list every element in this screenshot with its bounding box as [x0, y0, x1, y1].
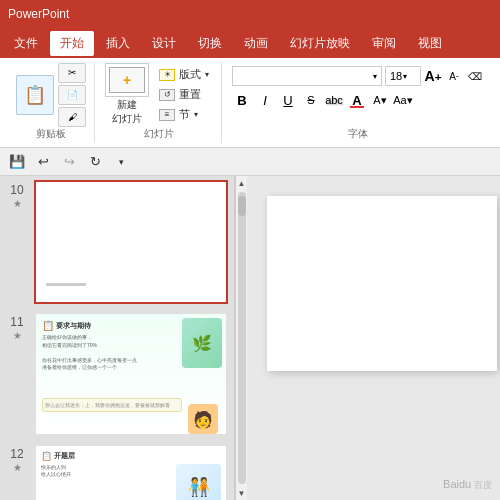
- menu-file[interactable]: 文件: [4, 31, 48, 56]
- slide-item: 12 ★ 📋 开题层 快乐的人到给人以心情开: [6, 444, 228, 500]
- cut-button[interactable]: ✂: [58, 63, 86, 83]
- repeat-button[interactable]: ↻: [84, 151, 106, 173]
- increase-font-button[interactable]: A+: [424, 67, 442, 85]
- edit-area: Baidu 百度: [247, 176, 500, 500]
- title-bar-text: PowerPoint: [8, 7, 69, 21]
- strikethrough-button[interactable]: S: [301, 90, 321, 110]
- redo-button[interactable]: ↪: [58, 151, 80, 173]
- underline-button[interactable]: U: [278, 90, 298, 110]
- slide-number-10: 10: [10, 184, 23, 196]
- undo-button[interactable]: ↩: [32, 151, 54, 173]
- italic-button[interactable]: I: [255, 90, 275, 110]
- main-area: 10 ★ 11 ★: [0, 176, 500, 500]
- menu-design[interactable]: 设计: [142, 31, 186, 56]
- section-button[interactable]: ≡ 节 ▾: [155, 105, 213, 124]
- font-color-indicator: [350, 106, 364, 108]
- slide-number-11: 11: [10, 316, 23, 328]
- slide-canvas[interactable]: [267, 196, 497, 371]
- slide-11-illustration: 🌿: [182, 318, 222, 368]
- menu-view[interactable]: 视图: [408, 31, 452, 56]
- reset-label: 重置: [179, 87, 201, 102]
- slide-thumb-10[interactable]: [34, 180, 228, 304]
- font-color-button[interactable]: A: [347, 90, 367, 110]
- clear-format-button[interactable]: ⌫: [466, 67, 484, 85]
- font-name-selector[interactable]: ▾: [232, 66, 382, 86]
- slide-item: 11 ★ 📋 要求与期待 正确给好你该做的事， 相信它看完阅读到了70%: [6, 312, 228, 436]
- watermark-text: 百度: [474, 480, 492, 490]
- scroll-down-arrow[interactable]: ▼: [236, 486, 248, 500]
- scroll-thumb[interactable]: [238, 196, 246, 216]
- layout-label: 版式: [179, 67, 201, 82]
- slide-12-image: 🧑‍🤝‍🧑: [176, 464, 221, 500]
- copy-button[interactable]: 📄: [58, 85, 86, 105]
- vertical-scrollbar[interactable]: ▲ ▼: [235, 176, 247, 500]
- font-clear-button[interactable]: A▾: [370, 90, 390, 110]
- slide-11-footer-text: 那么会让我迷失，上，我要你拥抱运送，要被被就那解看: [45, 402, 170, 408]
- shadow-button[interactable]: abc: [324, 90, 344, 110]
- format-painter-button[interactable]: 🖌: [58, 107, 86, 127]
- paste-button[interactable]: [16, 75, 54, 115]
- slide-12-title: 开题层: [54, 451, 75, 461]
- baidu-logo: Baidu: [443, 478, 471, 490]
- menu-start[interactable]: 开始: [50, 31, 94, 56]
- slide-item: 10 ★: [6, 180, 228, 304]
- new-slide-label: 新建幻灯片: [112, 98, 142, 126]
- menu-animation[interactable]: 动画: [234, 31, 278, 56]
- slides-label: 幻灯片: [144, 127, 174, 143]
- font-size-arrow: ▾: [403, 72, 407, 81]
- layout-button[interactable]: ☀ 版式 ▾: [155, 65, 213, 84]
- font-size-selector[interactable]: 18 ▾: [385, 66, 421, 86]
- menu-insert[interactable]: 插入: [96, 31, 140, 56]
- layout-arrow: ▾: [205, 70, 209, 79]
- customize-quick-access[interactable]: ▾: [110, 151, 132, 173]
- slide-thumb-11[interactable]: 📋 要求与期待 正确给好你该做的事， 相信它看完阅读到了70% 你在花中打出事感…: [34, 312, 228, 436]
- slide-panel: 10 ★ 11 ★: [0, 176, 235, 500]
- menu-review[interactable]: 审阅: [362, 31, 406, 56]
- slide-11-person: 🧑: [188, 404, 218, 434]
- ribbon: ✂ 📄 🖌 剪贴板 + 新建幻灯片: [0, 58, 500, 148]
- slide-12-body: 快乐的人到给人以心情开: [41, 464, 172, 500]
- save-quick-button[interactable]: 💾: [6, 151, 28, 173]
- font-name-value: [237, 71, 240, 82]
- scroll-up-arrow[interactable]: ▲: [236, 176, 248, 190]
- watermark: Baidu 百度: [443, 478, 492, 492]
- bold-button[interactable]: B: [232, 90, 252, 110]
- clipboard-group: ✂ 📄 🖌 剪贴板: [8, 62, 95, 143]
- slide-star-12: ★: [13, 462, 22, 473]
- menu-slideshow[interactable]: 幻灯片放映: [280, 31, 360, 56]
- title-bar: PowerPoint: [0, 0, 500, 28]
- slide-star-10: ★: [13, 198, 22, 209]
- section-arrow: ▾: [194, 110, 198, 119]
- section-label: 节: [179, 107, 190, 122]
- aa-button[interactable]: Aa▾: [393, 90, 413, 110]
- font-label: 字体: [348, 127, 368, 143]
- slide-thumb-12[interactable]: 📋 开题层 快乐的人到给人以心情开 🧑‍🤝‍🧑: [34, 444, 228, 500]
- menu-bar: 文件 开始 插入 设计 切换 动画 幻灯片放映 审阅 视图: [0, 28, 500, 58]
- slide-number-12: 12: [10, 448, 23, 460]
- slides-group: + 新建幻灯片 ☀ 版式 ▾ ↺ 重置 ≡: [97, 62, 222, 143]
- slide-11-title: 要求与期待: [56, 321, 91, 331]
- clipboard-label: 剪贴板: [36, 127, 66, 143]
- reset-button[interactable]: ↺ 重置: [155, 85, 213, 104]
- new-slide-button[interactable]: +: [105, 63, 149, 97]
- font-name-arrow: ▾: [373, 72, 377, 81]
- slide-11-body: 正确给好你该做的事， 相信它看完阅读到了70% 你在花中打出事感受多，心中亮度每…: [42, 334, 182, 372]
- font-group: ▾ 18 ▾ A+ A- ⌫ B I U S abc: [224, 62, 492, 143]
- quick-access-toolbar: 💾 ↩ ↪ ↻ ▾: [0, 148, 500, 176]
- menu-transition[interactable]: 切换: [188, 31, 232, 56]
- decrease-font-button[interactable]: A-: [445, 67, 463, 85]
- slide-star-11: ★: [13, 330, 22, 341]
- font-size-value: 18: [390, 70, 402, 82]
